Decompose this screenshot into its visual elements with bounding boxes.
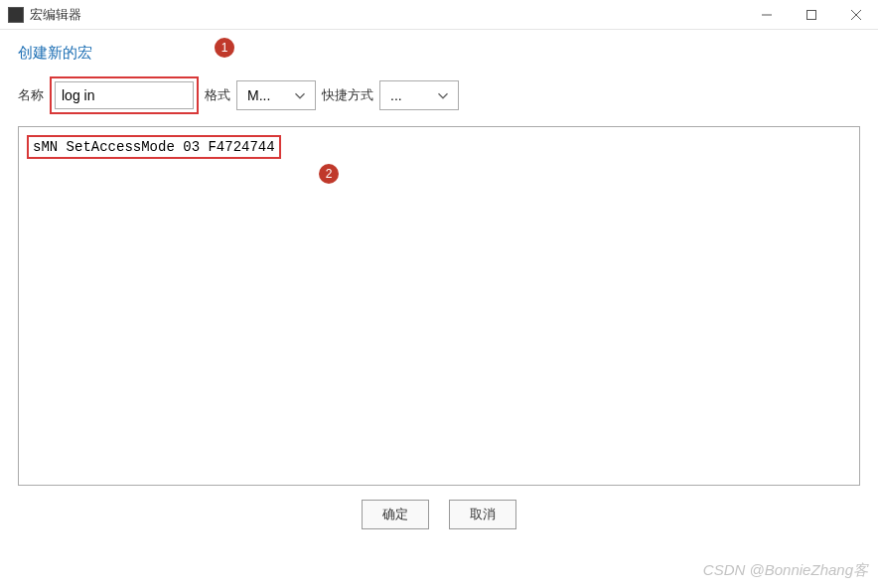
minimize-icon: [762, 10, 772, 20]
format-select[interactable]: M...: [236, 80, 316, 110]
section-heading: 创建新的宏: [18, 44, 860, 63]
form-row: 名称 格式 M... 快捷方式 ...: [18, 76, 860, 114]
maximize-button[interactable]: [789, 0, 833, 29]
window-title: 宏编辑器: [30, 6, 744, 24]
annotation-badge-2: 2: [319, 164, 339, 184]
watermark: CSDN @BonnieZhang客: [703, 561, 868, 580]
close-button[interactable]: [833, 0, 878, 29]
svg-rect-1: [806, 10, 815, 19]
close-icon: [851, 10, 861, 20]
titlebar: 宏编辑器: [0, 0, 878, 30]
chevron-down-icon: [434, 86, 452, 104]
shortcut-select[interactable]: ...: [379, 80, 459, 110]
cancel-button[interactable]: 取消: [449, 500, 516, 529]
app-icon: [8, 7, 24, 23]
window-controls: [744, 0, 878, 29]
name-label: 名称: [18, 86, 44, 104]
minimize-button[interactable]: [744, 0, 789, 29]
annotation-badge-1: 1: [215, 38, 234, 58]
content-area: 创建新的宏 名称 格式 M... 快捷方式 ... sMN SetAccessM…: [0, 30, 878, 486]
format-label: 格式: [205, 86, 230, 104]
maximize-icon: [806, 10, 816, 20]
name-input[interactable]: [55, 81, 194, 109]
dialog-buttons: 确定 取消: [0, 486, 878, 543]
shortcut-label: 快捷方式: [322, 86, 373, 104]
name-input-highlight: [50, 76, 199, 114]
macro-code: sMN SetAccessMode 03 F4724744: [33, 139, 275, 155]
code-highlight: sMN SetAccessMode 03 F4724744: [27, 135, 281, 159]
format-value: M...: [247, 87, 270, 103]
macro-editor[interactable]: sMN SetAccessMode 03 F4724744: [18, 126, 860, 486]
ok-button[interactable]: 确定: [362, 500, 429, 529]
chevron-down-icon: [291, 86, 309, 104]
shortcut-value: ...: [390, 87, 402, 103]
